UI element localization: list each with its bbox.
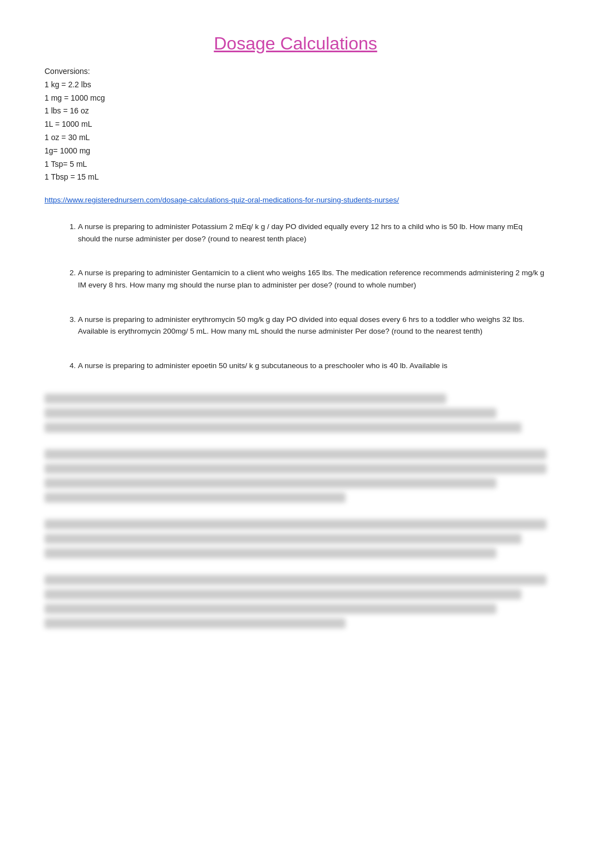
conversion-item-3: 1 lbs = 16 oz: [45, 105, 546, 118]
question-1: A nurse is preparing to administer Potas…: [78, 221, 546, 245]
conversion-item-6: 1g= 1000 mg: [45, 145, 546, 158]
blurred-content: [45, 394, 546, 628]
conversion-item-1: 1 kg = 2.2 lbs: [45, 78, 546, 92]
question-4: A nurse is preparing to administer epoet…: [78, 360, 546, 372]
conversion-item-4: 1L = 1000 mL: [45, 118, 546, 131]
conversion-item-2: 1 mg = 1000 mcg: [45, 92, 546, 105]
question-2: A nurse is preparing to administer Genta…: [78, 267, 546, 291]
conversion-item-7: 1 Tsp= 5 mL: [45, 158, 546, 171]
link-section: https://www.registerednursern.com/dosage…: [45, 195, 546, 204]
reference-link[interactable]: https://www.registerednursern.com/dosage…: [45, 196, 399, 204]
conversions-header: Conversions:: [45, 65, 546, 78]
questions-list: A nurse is preparing to administer Potas…: [45, 221, 546, 371]
conversions-section: Conversions: 1 kg = 2.2 lbs 1 mg = 1000 …: [45, 65, 546, 184]
conversion-item-8: 1 Tbsp = 15 mL: [45, 171, 546, 184]
page-title: Dosage Calculations: [45, 33, 546, 54]
conversion-item-5: 1 oz = 30 mL: [45, 131, 546, 145]
question-3: A nurse is preparing to administer eryth…: [78, 314, 546, 338]
